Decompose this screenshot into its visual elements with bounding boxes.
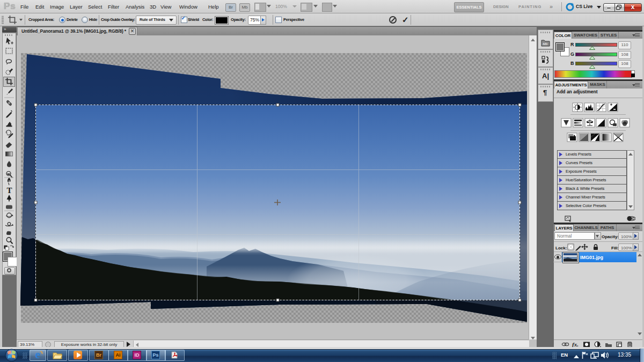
svg-text:T: T	[7, 186, 12, 195]
svg-text:Mb: Mb	[542, 42, 548, 46]
